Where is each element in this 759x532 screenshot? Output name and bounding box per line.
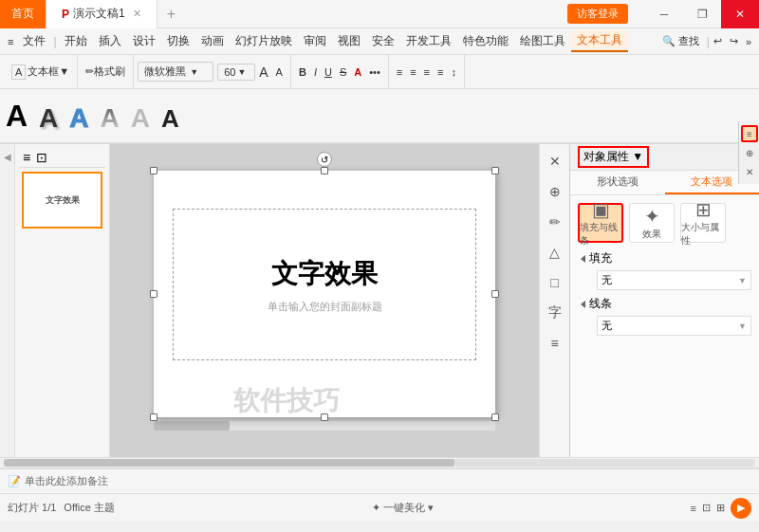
line-spacing-btn[interactable]: ↕ — [447, 64, 460, 80]
strikethrough-btn[interactable]: S — [336, 64, 350, 80]
more-format-btn[interactable]: ••• — [365, 64, 384, 80]
strip-rect-btn[interactable]: □ — [542, 269, 568, 296]
text-box[interactable]: 文字效果 单击输入您的封面副标题 — [173, 209, 476, 360]
font-size-selector[interactable]: 60 ▼ — [217, 64, 255, 81]
edge-btn-active[interactable]: ≡ — [741, 125, 758, 142]
search-btn[interactable]: 🔍 查找 — [658, 32, 703, 50]
doc-icon: P — [62, 8, 69, 21]
home-tab[interactable]: 首页 — [0, 0, 46, 28]
left-panel-toggle[interactable]: ◀ — [0, 144, 15, 457]
props-title[interactable]: 对象属性 ▼ — [578, 146, 649, 168]
redo-btn[interactable]: ↪ — [726, 33, 742, 49]
undo-btn[interactable]: ↩ — [710, 33, 726, 49]
doc-tab[interactable]: P 演示文稿1 ✕ — [46, 0, 157, 28]
login-button[interactable]: 访客登录 — [567, 4, 628, 24]
close-button[interactable]: ✕ — [721, 0, 759, 28]
font-style-dark[interactable]: A — [161, 104, 179, 134]
menu-collapse-icon[interactable]: ≡ — [4, 34, 17, 49]
align-justify-btn[interactable]: ≡ — [434, 64, 447, 80]
view-grid-icon[interactable]: ⊡ — [702, 502, 711, 514]
slide-grid-icon[interactable]: ⊡ — [36, 150, 47, 165]
strip-close-btn[interactable]: ✕ — [542, 148, 568, 174]
rotate-handle[interactable]: ↺ — [317, 152, 332, 167]
underline-btn[interactable]: U — [321, 64, 336, 80]
slide-thumbnail-item[interactable]: 1 文字效果 — [19, 172, 105, 229]
font-style-normal[interactable]: A — [6, 99, 28, 134]
scrollbar-thumb[interactable] — [154, 421, 230, 431]
menu-insert[interactable]: 插入 — [93, 31, 127, 51]
menu-view[interactable]: 视图 — [332, 31, 366, 51]
format-brush-label: 格式刷 — [94, 64, 125, 79]
font-name-selector[interactable]: 微软雅黑 ▼ — [138, 62, 213, 82]
text-frame-btn[interactable]: A 文本框▼ — [8, 63, 73, 82]
line-value-box[interactable]: 无 ▼ — [597, 316, 751, 336]
play-btn[interactable]: ▶ — [731, 498, 751, 519]
handle-bc[interactable] — [321, 413, 328, 421]
menu-special[interactable]: 特色功能 — [457, 31, 514, 51]
edge-btn-3[interactable]: ✕ — [741, 163, 758, 180]
size-prop-btn[interactable]: ⊞ 大小与属性 — [680, 203, 726, 243]
menu-text[interactable]: 文本工具 — [571, 30, 628, 52]
fill-section-header[interactable]: 填充 — [578, 250, 751, 266]
fill-value-box[interactable]: 无 ▼ — [597, 270, 751, 290]
notes-placeholder: 单击此处添加备注 — [25, 474, 108, 488]
minimize-button[interactable]: ─ — [645, 0, 683, 28]
italic-btn[interactable]: I — [310, 64, 321, 80]
h-scrollbar[interactable] — [154, 421, 495, 431]
close-tab-icon[interactable]: ✕ — [133, 8, 141, 20]
strip-pen-btn[interactable]: ✏ — [542, 209, 568, 235]
align-left-btn[interactable]: ≡ — [393, 64, 406, 80]
align-right-btn[interactable]: ≡ — [420, 64, 434, 80]
handle-br[interactable] — [491, 413, 499, 421]
line-section-header[interactable]: 线条 — [578, 296, 751, 312]
strip-text-btn[interactable]: 字 — [542, 300, 568, 326]
handle-tc[interactable] — [321, 167, 328, 174]
handle-tl[interactable] — [150, 167, 157, 174]
line-value-row: 无 ▼ — [578, 316, 751, 336]
menu-design[interactable]: 设计 — [127, 31, 161, 51]
font-style-gray[interactable]: A — [131, 103, 150, 134]
menu-draw[interactable]: 绘图工具 — [514, 31, 571, 51]
handle-ml[interactable] — [150, 290, 157, 298]
menu-animation[interactable]: 动画 — [195, 31, 230, 51]
strip-triangle-btn[interactable]: △ — [542, 239, 568, 266]
align-center-btn[interactable]: ≡ — [406, 64, 419, 80]
font-style-gradient[interactable]: A — [101, 103, 120, 134]
strip-add-btn[interactable]: ⊕ — [542, 178, 568, 205]
list-view-icon[interactable]: ≡ — [23, 150, 30, 165]
menu-transition[interactable]: 切换 — [161, 31, 195, 51]
strip-lines-btn[interactable]: ≡ — [542, 330, 568, 357]
bold-btn[interactable]: B — [295, 64, 310, 80]
slide-canvas[interactable]: ↺ 文字效果 单击输入您的封面副标题 — [154, 171, 495, 417]
menu-devtools[interactable]: 开发工具 — [400, 31, 457, 51]
menu-start[interactable]: 开始 — [59, 31, 93, 51]
menu-slideshow[interactable]: 幻灯片放映 — [230, 31, 298, 51]
view-list-icon[interactable]: ≡ — [691, 503, 696, 514]
collapse-icon: ◀ — [4, 152, 11, 162]
effect-btn[interactable]: ✦ 效果 — [629, 203, 675, 243]
font-decrease-btn[interactable]: A — [272, 64, 287, 80]
menu-file[interactable]: 文件 — [17, 31, 51, 51]
font-color-btn[interactable]: A — [350, 64, 365, 80]
handle-bl[interactable] — [150, 413, 157, 421]
handle-tr[interactable] — [491, 167, 499, 174]
menu-review[interactable]: 审阅 — [298, 31, 332, 51]
beautify-btn[interactable]: ✦ 一键美化 ▾ — [372, 501, 434, 515]
notes-bar[interactable]: 📝 单击此处添加备注 — [0, 468, 759, 493]
view-split-icon[interactable]: ⊞ — [716, 502, 725, 514]
font-style-outline[interactable]: A — [69, 103, 88, 134]
bottom-scrollbar-area[interactable] — [0, 457, 759, 468]
font-increase-btn[interactable]: A — [255, 63, 271, 82]
add-tab-btn[interactable]: + — [157, 6, 185, 23]
edge-btn-2[interactable]: ⊕ — [741, 144, 758, 161]
props-tab-shape[interactable]: 形状选项 — [570, 171, 665, 194]
handle-mr[interactable] — [491, 290, 499, 298]
restore-button[interactable]: ❐ — [683, 0, 721, 28]
hscrollbar-thumb[interactable] — [4, 459, 454, 467]
more-menu-btn[interactable]: » — [742, 34, 755, 49]
window-controls: ─ ❐ ✕ — [645, 0, 759, 28]
format-brush-btn[interactable]: ✏ 格式刷 — [82, 63, 129, 81]
fill-line-btn[interactable]: ▣ 填充与线条 — [578, 203, 623, 243]
font-style-shadow[interactable]: A — [39, 103, 58, 134]
menu-security[interactable]: 安全 — [366, 31, 400, 51]
